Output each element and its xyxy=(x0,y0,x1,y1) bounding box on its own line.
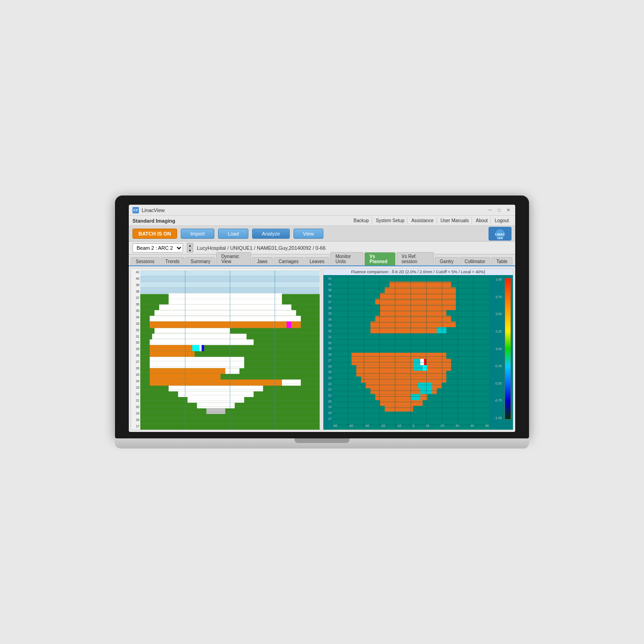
view-button[interactable]: View xyxy=(293,229,324,239)
x-label-50: 50 xyxy=(485,424,489,427)
x-label-30: 30 xyxy=(455,424,459,427)
load-button[interactable]: Load xyxy=(218,229,248,239)
svg-rect-93 xyxy=(418,383,432,388)
beam-path: LucyHospital / UNIQUE1 / NAME01,Guy,2014… xyxy=(197,245,326,251)
beam-row: Beam 2 : ARC 2 ▲ ▼ LucyHospital / UNIQUE… xyxy=(129,242,515,254)
app-title: LinacView xyxy=(142,207,487,213)
svg-rect-34 xyxy=(197,402,235,408)
tab-carriages[interactable]: Carriages xyxy=(274,257,304,265)
x-label-neg20: -20 xyxy=(380,424,385,427)
svg-rect-84 xyxy=(413,359,420,365)
cb-0.50: 0.50 xyxy=(495,312,502,316)
svg-rect-92 xyxy=(385,406,413,411)
x-label-0: 0 xyxy=(413,424,414,427)
x-label-neg50: -50 xyxy=(333,424,337,427)
chart-title: Fluence comparison : δ-b 2D (2.0% / 2.0m… xyxy=(323,269,513,275)
colorbar: 1.00 0.75 0.50 0.25 0.00 -0.25 -0.50 -0.… xyxy=(490,277,512,420)
menu-logout[interactable]: Logout xyxy=(492,217,512,224)
screen-bezel: LV LinacView ─ □ ✕ Standard Imaging Back… xyxy=(115,196,529,438)
logo-area: LINAC VIEW xyxy=(489,227,512,241)
tab-vs-ref-session[interactable]: Vs Ref. session xyxy=(397,252,434,265)
svg-rect-20 xyxy=(192,345,199,351)
svg-rect-95 xyxy=(411,394,420,400)
restore-button[interactable]: □ xyxy=(496,207,502,213)
cb-1.00: 1.00 xyxy=(495,278,502,281)
svg-rect-86 xyxy=(424,359,426,365)
menu-backup[interactable]: Backup xyxy=(351,217,372,224)
tab-leaves[interactable]: Leaves xyxy=(305,257,329,265)
tab-monitor-units[interactable]: Monitor Units xyxy=(330,252,363,265)
laptop-base xyxy=(115,438,529,448)
svg-rect-79 xyxy=(351,359,451,365)
cb-neg0.25: -0.25 xyxy=(494,364,502,368)
linacview-logo: LINAC VIEW xyxy=(489,227,512,241)
svg-rect-87 xyxy=(361,376,446,382)
laptop-hinge xyxy=(294,438,350,443)
x-label-neg30: -30 xyxy=(365,424,369,427)
left-chart-svg xyxy=(140,270,320,430)
menu-user-manuals[interactable]: User Manuals xyxy=(438,217,472,224)
svg-rect-29 xyxy=(150,380,282,385)
app-logo-icon: LV xyxy=(132,207,139,213)
cb-neg0.50: -0.50 xyxy=(494,382,502,385)
x-label-10: 10 xyxy=(426,424,429,427)
menu-items: Backup System Setup Assistance User Manu… xyxy=(351,217,512,224)
brand-label: Standard Imaging xyxy=(132,218,175,224)
tab-dynamic-view[interactable]: Dynamic View xyxy=(216,252,251,265)
title-bar: LV LinacView ─ □ ✕ xyxy=(129,205,515,216)
tab-collimator[interactable]: Collimator xyxy=(460,257,490,265)
minimize-button[interactable]: ─ xyxy=(487,207,493,213)
svg-rect-21 xyxy=(199,345,201,351)
close-button[interactable]: ✕ xyxy=(505,207,512,213)
x-label-20: 20 xyxy=(441,424,444,427)
main-content: 41 40 39 38 37 36 35 34 33 32 31 xyxy=(129,266,515,432)
svg-rect-31 xyxy=(169,385,263,391)
import-button[interactable]: Import xyxy=(181,229,214,239)
tab-gantry[interactable]: Gantry xyxy=(435,257,459,265)
cb-0.25: 0.25 xyxy=(495,330,502,333)
menu-system-setup[interactable]: System Setup xyxy=(373,217,408,224)
svg-rect-94 xyxy=(420,388,432,394)
svg-rect-13 xyxy=(150,316,301,322)
tab-vs-planned[interactable]: Vs Planned xyxy=(364,252,396,265)
tab-jaws[interactable]: Jaws xyxy=(252,257,273,265)
tab-trends[interactable]: Trends xyxy=(161,257,185,265)
y-label-41: 41 xyxy=(131,270,140,274)
beam-navigation: ▲ ▼ xyxy=(187,243,193,253)
x-label-40: 40 xyxy=(471,424,474,427)
laptop-frame: LV LinacView ─ □ ✕ Standard Imaging Back… xyxy=(115,196,529,448)
right-chart: Fluence comparison : δ-b 2D (2.0% / 2.0m… xyxy=(323,268,513,430)
svg-rect-28 xyxy=(225,368,240,374)
svg-rect-78 xyxy=(351,353,446,359)
right-chart-svg xyxy=(333,277,489,430)
window-controls: ─ □ ✕ xyxy=(487,207,512,213)
cb-0.75: 0.75 xyxy=(495,295,502,299)
tab-summary[interactable]: Summary xyxy=(185,257,215,265)
svg-rect-33 xyxy=(188,397,244,402)
beam-selector[interactable]: Beam 2 : ARC 2 xyxy=(132,243,183,253)
beam-next-button[interactable]: ▼ xyxy=(187,248,193,253)
svg-rect-35 xyxy=(207,408,225,414)
svg-rect-19 xyxy=(150,345,192,351)
svg-rect-22 xyxy=(201,345,204,351)
tab-table[interactable]: Table xyxy=(491,257,512,265)
tab-sessions[interactable]: Sessions xyxy=(131,257,160,265)
app-window: LV LinacView ─ □ ✕ Standard Imaging Back… xyxy=(129,205,515,432)
screen: LV LinacView ─ □ ✕ Standard Imaging Back… xyxy=(129,205,515,432)
svg-rect-23 xyxy=(150,351,188,356)
cb-neg0.75: -0.75 xyxy=(494,399,502,402)
svg-rect-30 xyxy=(282,380,301,385)
x-label-neg40: -40 xyxy=(349,424,353,427)
toolbar: BATCH IS ON Import Load Analyze View LIN… xyxy=(129,226,515,242)
menu-assistance[interactable]: Assistance xyxy=(408,217,437,224)
analyze-button[interactable]: Analyze xyxy=(252,229,289,239)
left-chart: 41 40 39 38 37 36 35 34 33 32 31 xyxy=(131,268,321,430)
tabs-row: Sessions Trends Summary Dynamic View Jaw… xyxy=(129,254,515,266)
cb-0.00: 0.00 xyxy=(495,347,502,351)
x-label-neg10: -10 xyxy=(397,424,401,427)
beam-prev-button[interactable]: ▲ xyxy=(187,243,193,247)
batch-button[interactable]: BATCH IS ON xyxy=(132,229,177,239)
menu-about[interactable]: About xyxy=(473,217,491,224)
svg-rect-85 xyxy=(420,359,424,365)
cb-neg1.00: -1.00 xyxy=(494,416,502,420)
